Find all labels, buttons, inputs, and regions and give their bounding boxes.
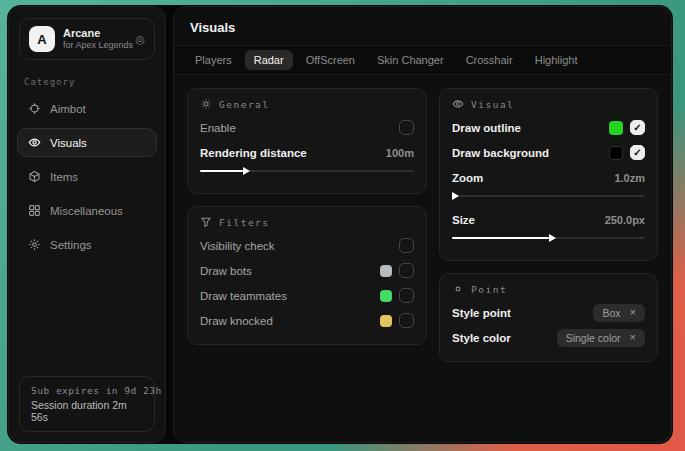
category-label: Category <box>24 77 150 87</box>
rendering-distance-value: 100m <box>386 147 414 159</box>
panel-title: Visual <box>471 99 514 110</box>
teammates-color-swatch[interactable] <box>380 290 392 302</box>
panel-title: Point <box>471 284 507 295</box>
sidebar-item-settings[interactable]: Settings <box>17 230 157 259</box>
style-point-chip[interactable]: Box × <box>593 304 645 322</box>
sun-icon <box>200 98 212 110</box>
chip-label: Single color <box>566 332 621 344</box>
zoom-value: 1.0zm <box>614 172 645 184</box>
style-color-row: Style color Single color × <box>452 325 645 350</box>
slider-thumb[interactable] <box>243 167 250 175</box>
chip-label: Box <box>602 307 620 319</box>
tabs-bar: Players Radar OffScreen Skin Changer Cro… <box>174 45 671 75</box>
visibility-check-checkbox[interactable] <box>399 238 414 253</box>
visibility-check-row: Visibility check <box>200 233 414 258</box>
app-window: A Arcane for Apex Legends ◎ Category Aim… <box>7 5 673 444</box>
tab-crosshair[interactable]: Crosshair <box>457 50 522 70</box>
close-icon[interactable]: × <box>630 307 636 318</box>
draw-teammates-label: Draw teammates <box>200 290 287 302</box>
check-icon: ✓ <box>633 148 641 158</box>
draw-bots-row: Draw bots <box>200 258 414 283</box>
sub-expires-text: Sub expires in 9d 23h <box>31 385 143 396</box>
grid-icon <box>27 204 41 218</box>
zoom-row: Zoom 1.0zm <box>452 165 645 190</box>
sidebar-item-aimbot[interactable]: Aimbot <box>17 94 157 123</box>
knocked-color-swatch[interactable] <box>380 315 392 327</box>
rendering-distance-label: Rendering distance <box>200 147 307 159</box>
draw-knocked-row: Draw knocked <box>200 308 414 333</box>
tab-highlight[interactable]: Highlight <box>526 50 587 70</box>
desktop-background: A Arcane for Apex Legends ◎ Category Aim… <box>0 0 685 451</box>
tab-offscreen[interactable]: OffScreen <box>297 50 364 70</box>
draw-background-label: Draw background <box>452 147 549 159</box>
visual-panel: Visual Draw outline ✓ <box>439 88 658 261</box>
app-subtitle: for Apex Legends <box>63 40 127 51</box>
slider-thumb[interactable] <box>452 192 459 200</box>
sidebar-item-items[interactable]: Items <box>17 162 157 191</box>
funnel-icon <box>200 216 212 228</box>
main-header: Visuals <box>174 7 671 45</box>
sidebar-item-visuals[interactable]: Visuals <box>17 128 157 157</box>
page-title: Visuals <box>190 20 655 35</box>
draw-knocked-label: Draw knocked <box>200 315 273 327</box>
tab-skin-changer[interactable]: Skin Changer <box>368 50 453 70</box>
draw-outline-row: Draw outline ✓ <box>452 115 645 140</box>
close-icon[interactable]: × <box>630 332 636 343</box>
session-info-box: Sub expires in 9d 23h Session duration 2… <box>19 376 155 432</box>
filters-panel: Filters Visibility check Draw bots <box>187 206 427 345</box>
content-area: General Enable Rendering distance 100m <box>174 75 671 442</box>
sidebar-item-label: Miscellaneous <box>50 205 123 217</box>
target-icon[interactable]: ◎ <box>135 33 145 46</box>
sidebar-item-label: Items <box>50 171 78 183</box>
main-panel: Visuals Players Radar OffScreen Skin Cha… <box>173 6 672 443</box>
size-value: 250.0px <box>605 214 645 226</box>
draw-background-row: Draw background ✓ <box>452 140 645 165</box>
style-color-label: Style color <box>452 332 511 344</box>
draw-teammates-row: Draw teammates <box>200 283 414 308</box>
general-panel: General Enable Rendering distance 100m <box>187 88 427 194</box>
rendering-distance-row: Rendering distance 100m <box>200 140 414 165</box>
sidebar-nav: Aimbot Visuals Items <box>9 94 165 264</box>
zoom-label: Zoom <box>452 172 483 184</box>
visibility-check-label: Visibility check <box>200 240 275 252</box>
sidebar: A Arcane for Apex Legends ◎ Category Aim… <box>8 6 166 443</box>
tab-radar[interactable]: Radar <box>245 50 293 70</box>
sidebar-item-label: Aimbot <box>50 103 86 115</box>
draw-bots-checkbox[interactable] <box>399 263 414 278</box>
style-point-row: Style point Box × <box>452 300 645 325</box>
sidebar-item-label: Settings <box>50 239 92 251</box>
style-point-label: Style point <box>452 307 511 319</box>
draw-background-checkbox[interactable]: ✓ <box>630 145 645 160</box>
enable-label: Enable <box>200 122 236 134</box>
draw-bots-label: Draw bots <box>200 265 252 277</box>
rendering-distance-slider[interactable] <box>200 166 414 175</box>
check-icon: ✓ <box>633 123 641 133</box>
size-slider[interactable] <box>452 233 645 242</box>
panel-title: Filters <box>219 217 270 228</box>
size-row: Size 250.0px <box>452 207 645 232</box>
cube-icon <box>27 170 41 184</box>
draw-outline-checkbox[interactable]: ✓ <box>630 120 645 135</box>
draw-outline-label: Draw outline <box>452 122 521 134</box>
bots-color-swatch[interactable] <box>380 265 392 277</box>
slider-thumb[interactable] <box>549 234 556 242</box>
dot-icon <box>452 283 464 295</box>
eye-icon <box>27 136 41 150</box>
size-label: Size <box>452 214 475 226</box>
background-color-swatch[interactable] <box>609 146 623 160</box>
enable-checkbox[interactable] <box>399 120 414 135</box>
outline-color-swatch[interactable] <box>609 121 623 135</box>
point-panel: Point Style point Box × Style color <box>439 273 658 362</box>
style-color-chip[interactable]: Single color × <box>557 329 645 347</box>
draw-knocked-checkbox[interactable] <box>399 313 414 328</box>
tab-players[interactable]: Players <box>186 50 241 70</box>
app-name: Arcane <box>63 27 127 41</box>
zoom-slider[interactable] <box>452 191 645 200</box>
gear-icon <box>27 238 41 252</box>
session-duration-text: Session duration 2m 56s <box>31 399 143 423</box>
brand-header: A Arcane for Apex Legends ◎ <box>19 18 155 60</box>
draw-teammates-checkbox[interactable] <box>399 288 414 303</box>
sidebar-item-miscellaneous[interactable]: Miscellaneous <box>17 196 157 225</box>
eye-icon <box>452 98 464 110</box>
sidebar-item-label: Visuals <box>50 137 87 149</box>
